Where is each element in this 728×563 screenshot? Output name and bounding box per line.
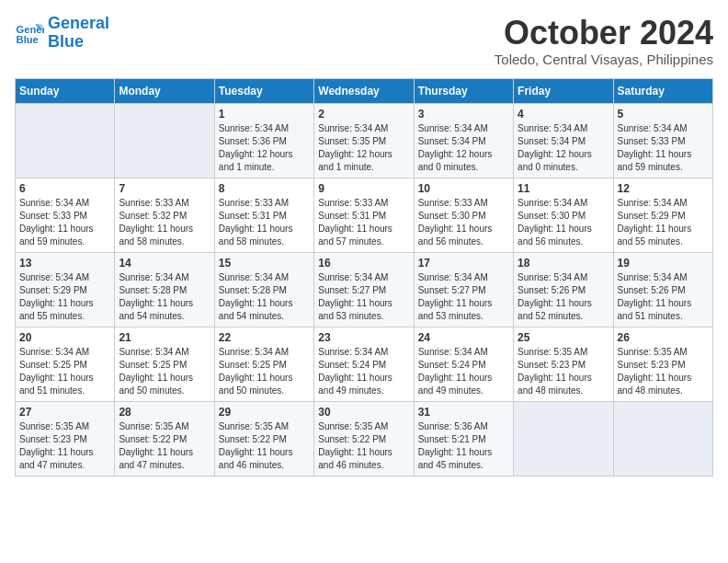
table-row: 11Sunrise: 5:34 AM Sunset: 5:30 PM Dayli… [514,178,613,252]
cell-content: Sunrise: 5:34 AM Sunset: 5:25 PM Dayligh… [119,346,210,397]
day-number: 9 [318,182,409,195]
logo: General Blue General Blue [15,15,109,52]
cell-content: Sunrise: 5:35 AM Sunset: 5:23 PM Dayligh… [518,346,609,397]
cell-content: Sunrise: 5:35 AM Sunset: 5:22 PM Dayligh… [119,420,210,472]
cell-content: Sunrise: 5:34 AM Sunset: 5:27 PM Dayligh… [318,271,409,323]
cell-content: Sunrise: 5:34 AM Sunset: 5:36 PM Dayligh… [219,122,310,174]
cell-content: Sunrise: 5:34 AM Sunset: 5:24 PM Dayligh… [418,346,509,397]
table-row: 1Sunrise: 5:34 AM Sunset: 5:36 PM Daylig… [214,103,313,178]
day-number: 31 [418,406,509,419]
header-monday: Monday [115,78,214,103]
header-thursday: Thursday [414,78,513,103]
table-row: 15Sunrise: 5:34 AM Sunset: 5:28 PM Dayli… [214,252,313,327]
cell-content: Sunrise: 5:34 AM Sunset: 5:29 PM Dayligh… [19,271,110,323]
cell-content: Sunrise: 5:33 AM Sunset: 5:32 PM Dayligh… [119,197,210,248]
day-number: 14 [119,257,210,270]
header-friday: Friday [514,78,613,103]
table-row: 14Sunrise: 5:34 AM Sunset: 5:28 PM Dayli… [115,252,214,327]
table-row: 21Sunrise: 5:34 AM Sunset: 5:25 PM Dayli… [115,327,214,401]
svg-text:Blue: Blue [17,34,39,45]
table-row: 9Sunrise: 5:33 AM Sunset: 5:31 PM Daylig… [314,178,414,252]
table-row: 29Sunrise: 5:35 AM Sunset: 5:22 PM Dayli… [214,401,313,476]
day-number: 6 [19,182,110,195]
cell-content: Sunrise: 5:35 AM Sunset: 5:23 PM Dayligh… [618,346,709,397]
cell-content: Sunrise: 5:34 AM Sunset: 5:27 PM Dayligh… [418,271,509,323]
table-row: 31Sunrise: 5:36 AM Sunset: 5:21 PM Dayli… [414,401,513,476]
day-number: 7 [119,182,210,195]
day-number: 5 [618,108,709,121]
day-number: 25 [518,331,609,344]
cell-content: Sunrise: 5:34 AM Sunset: 5:28 PM Dayligh… [119,271,210,323]
table-row: 12Sunrise: 5:34 AM Sunset: 5:29 PM Dayli… [613,178,712,252]
title-block: October 2024 Toledo, Central Visayas, Ph… [495,15,713,67]
table-row: 17Sunrise: 5:34 AM Sunset: 5:27 PM Dayli… [414,252,513,327]
table-row: 13Sunrise: 5:34 AM Sunset: 5:29 PM Dayli… [16,252,115,327]
day-number: 18 [518,257,609,270]
cell-content: Sunrise: 5:33 AM Sunset: 5:30 PM Dayligh… [418,197,509,248]
table-row [16,103,115,178]
table-row: 30Sunrise: 5:35 AM Sunset: 5:22 PM Dayli… [314,401,414,476]
table-row: 3Sunrise: 5:34 AM Sunset: 5:34 PM Daylig… [414,103,513,178]
day-number: 11 [518,182,609,195]
day-number: 27 [19,406,110,419]
cell-content: Sunrise: 5:35 AM Sunset: 5:22 PM Dayligh… [318,420,409,472]
day-number: 24 [418,331,509,344]
table-row: 22Sunrise: 5:34 AM Sunset: 5:25 PM Dayli… [214,327,313,401]
day-number: 21 [119,331,210,344]
day-number: 16 [318,257,409,270]
header-sunday: Sunday [16,78,115,103]
cell-content: Sunrise: 5:34 AM Sunset: 5:26 PM Dayligh… [518,271,609,323]
day-number: 23 [318,331,409,344]
logo-icon: General Blue [15,18,44,48]
day-number: 2 [318,108,409,121]
table-row: 6Sunrise: 5:34 AM Sunset: 5:33 PM Daylig… [16,178,115,252]
table-row: 4Sunrise: 5:34 AM Sunset: 5:34 PM Daylig… [514,103,613,178]
header-saturday: Saturday [613,78,712,103]
cell-content: Sunrise: 5:33 AM Sunset: 5:31 PM Dayligh… [318,197,409,248]
month-title: October 2024 [495,15,713,52]
cell-content: Sunrise: 5:34 AM Sunset: 5:26 PM Dayligh… [618,271,709,323]
table-row: 26Sunrise: 5:35 AM Sunset: 5:23 PM Dayli… [613,327,712,401]
day-number: 22 [219,331,310,344]
day-number: 19 [618,257,709,270]
table-row: 16Sunrise: 5:34 AM Sunset: 5:27 PM Dayli… [314,252,414,327]
cell-content: Sunrise: 5:34 AM Sunset: 5:34 PM Dayligh… [518,122,609,174]
table-row: 8Sunrise: 5:33 AM Sunset: 5:31 PM Daylig… [214,178,313,252]
day-number: 30 [318,406,409,419]
table-row [115,103,214,178]
table-row [613,401,712,476]
header-wednesday: Wednesday [314,78,414,103]
cell-content: Sunrise: 5:34 AM Sunset: 5:33 PM Dayligh… [618,122,709,174]
day-number: 3 [418,108,509,121]
day-number: 26 [618,331,709,344]
cell-content: Sunrise: 5:34 AM Sunset: 5:29 PM Dayligh… [618,197,709,248]
cell-content: Sunrise: 5:34 AM Sunset: 5:28 PM Dayligh… [219,271,310,323]
location-subtitle: Toledo, Central Visayas, Philippines [495,52,713,67]
cell-content: Sunrise: 5:35 AM Sunset: 5:22 PM Dayligh… [219,420,310,472]
cell-content: Sunrise: 5:34 AM Sunset: 5:30 PM Dayligh… [518,197,609,248]
table-row: 2Sunrise: 5:34 AM Sunset: 5:35 PM Daylig… [314,103,414,178]
calendar-week-row: 27Sunrise: 5:35 AM Sunset: 5:23 PM Dayli… [16,401,713,476]
day-number: 29 [219,406,310,419]
day-number: 13 [19,257,110,270]
calendar-week-row: 20Sunrise: 5:34 AM Sunset: 5:25 PM Dayli… [16,327,713,401]
table-row: 18Sunrise: 5:34 AM Sunset: 5:26 PM Dayli… [514,252,613,327]
table-row: 28Sunrise: 5:35 AM Sunset: 5:22 PM Dayli… [115,401,214,476]
table-row: 19Sunrise: 5:34 AM Sunset: 5:26 PM Dayli… [613,252,712,327]
day-number: 4 [518,108,609,121]
cell-content: Sunrise: 5:36 AM Sunset: 5:21 PM Dayligh… [418,420,509,472]
table-row: 27Sunrise: 5:35 AM Sunset: 5:23 PM Dayli… [16,401,115,476]
day-number: 1 [219,108,310,121]
table-row [514,401,613,476]
cell-content: Sunrise: 5:34 AM Sunset: 5:25 PM Dayligh… [19,346,110,397]
calendar-week-row: 1Sunrise: 5:34 AM Sunset: 5:36 PM Daylig… [16,103,713,178]
day-number: 15 [219,257,310,270]
day-number: 28 [119,406,210,419]
calendar-table: Sunday Monday Tuesday Wednesday Thursday… [15,78,713,477]
cell-content: Sunrise: 5:34 AM Sunset: 5:33 PM Dayligh… [19,197,110,248]
cell-content: Sunrise: 5:34 AM Sunset: 5:35 PM Dayligh… [318,122,409,174]
cell-content: Sunrise: 5:34 AM Sunset: 5:25 PM Dayligh… [219,346,310,397]
logo-text-line2: Blue [48,33,109,52]
cell-content: Sunrise: 5:34 AM Sunset: 5:24 PM Dayligh… [318,346,409,397]
table-row: 10Sunrise: 5:33 AM Sunset: 5:30 PM Dayli… [414,178,513,252]
